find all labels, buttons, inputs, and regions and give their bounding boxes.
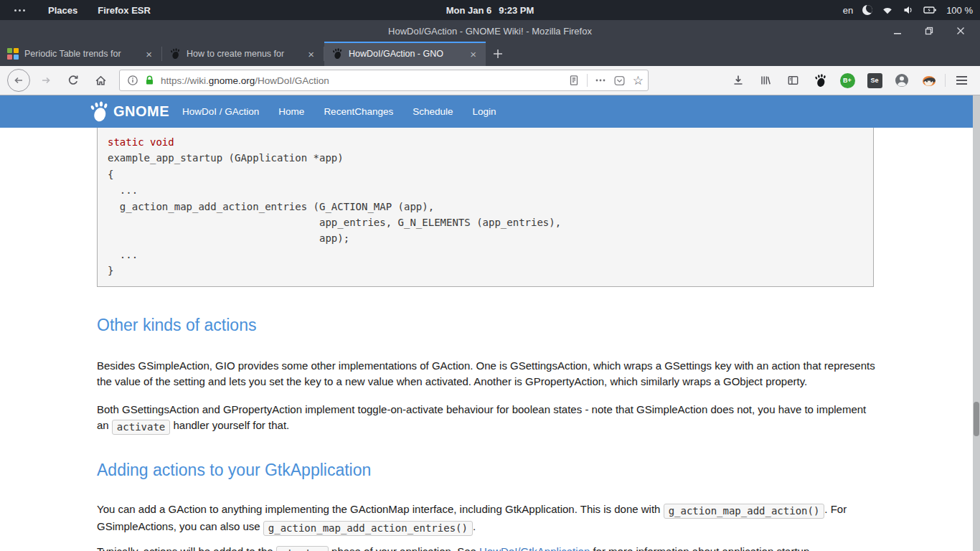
url-path: /HowDoI/GAction: [255, 75, 329, 86]
code-line: ...: [108, 182, 873, 198]
text-run: Typically, actions will be added to the: [97, 545, 276, 551]
night-light-icon: [862, 5, 872, 15]
gnome-wiki-logo[interactable]: GNOME: [88, 101, 169, 123]
reader-mode-icon[interactable]: [568, 75, 580, 86]
text-run: You can add a GAction to anything implem…: [97, 503, 664, 515]
clock-date: Mon Jan 6: [446, 5, 492, 16]
tab-gaction-active[interactable]: HowDoI/GAction - GNO ×: [324, 42, 486, 66]
close-button[interactable]: [953, 23, 969, 39]
gnome-logo-text: GNOME: [113, 103, 169, 120]
tab-bar: Periodic Table trends for × How to creat…: [0, 42, 980, 66]
gnome-foot-logo-icon: [88, 101, 110, 123]
code-line: {: [108, 166, 873, 182]
page-actions-icon[interactable]: [595, 75, 606, 86]
wifi-icon: [882, 4, 893, 16]
gtkapplication-link[interactable]: HowDoI/GtkApplication: [479, 545, 590, 551]
gnome-foot-extension-button[interactable]: [809, 69, 831, 92]
forward-button[interactable]: [34, 69, 57, 92]
bplus-extension-icon: B+: [840, 73, 855, 88]
code-line: example_app_startup (GApplication *app): [108, 150, 873, 166]
tab-close-icon[interactable]: ×: [306, 48, 316, 60]
menu-button[interactable]: [950, 69, 973, 92]
clock-time: 9:23 PM: [499, 5, 534, 16]
text-run: phase of your application. See: [329, 545, 479, 551]
text-run: handler yourself for that.: [170, 419, 289, 431]
tab-title: How to create menus for: [187, 49, 300, 59]
site-info-icon[interactable]: [127, 75, 138, 86]
url-text: https://wiki.gnome.org/HowDoI/GAction: [161, 75, 562, 86]
tab-close-icon[interactable]: ×: [143, 48, 154, 60]
tab-title: HowDoI/GAction - GNO: [349, 49, 462, 59]
bplus-extension-button[interactable]: B+: [836, 69, 859, 92]
places-menu[interactable]: Places: [48, 5, 77, 16]
wiki-nav-current-page[interactable]: HowDoI / GAction: [182, 106, 259, 117]
code-line: static void: [108, 134, 873, 150]
code-line: g_action_map_add_action_entries (G_ACTIO…: [108, 199, 873, 215]
reload-button[interactable]: [62, 69, 85, 92]
keyboard-layout-indicator[interactable]: en: [843, 5, 853, 16]
inline-code-startup: startup: [276, 546, 329, 551]
tab-create-menus[interactable]: How to create menus for ×: [162, 42, 324, 66]
paragraph-toggle-behaviour: Both GSettingsAction and GPropertyAction…: [97, 402, 875, 435]
navigation-toolbar: https://wiki.gnome.org/HowDoI/GAction ☆ …: [0, 66, 980, 95]
selenium-extension-button[interactable]: Se: [863, 69, 886, 92]
gnome-foot-favicon-icon: [331, 48, 343, 60]
paragraph-startup-clipped: Typically, actions will be added to the …: [97, 544, 875, 551]
shell-clock[interactable]: Mon Jan 6 9:23 PM: [446, 5, 534, 16]
system-status-area[interactable]: en 100 %: [843, 4, 973, 16]
volume-icon: [903, 4, 914, 16]
url-bar[interactable]: https://wiki.gnome.org/HowDoI/GAction ☆: [119, 70, 649, 91]
tab-periodic-table[interactable]: Periodic Table trends for ×: [0, 42, 161, 66]
restore-button[interactable]: [921, 23, 937, 39]
url-domain: gnome.org: [209, 75, 255, 86]
page-scrollbar[interactable]: [973, 95, 980, 551]
pocket-icon[interactable]: [613, 75, 626, 87]
browser-viewport: GNOME HowDoI / GAction Home RecentChange…: [0, 95, 980, 551]
library-button[interactable]: [754, 69, 777, 92]
selenium-extension-icon: Se: [867, 73, 882, 88]
hamburger-icon: [956, 76, 967, 85]
https-lock-icon[interactable]: [144, 75, 155, 86]
paragraph-gactionmap: You can add a GAction to anything implem…: [97, 501, 875, 536]
badger-extension-button[interactable]: [918, 69, 941, 92]
activities-dots-icon[interactable]: [11, 9, 28, 11]
gnome-foot-favicon-icon: [169, 48, 181, 60]
scrollbar-thumb[interactable]: [974, 402, 979, 436]
app-menu-firefox[interactable]: Firefox ESR: [98, 5, 151, 16]
wiki-nav-schedule[interactable]: Schedule: [413, 106, 453, 117]
back-button[interactable]: [7, 69, 30, 92]
new-tab-button[interactable]: [486, 42, 510, 66]
wiki-nav-recentchanges[interactable]: RecentChanges: [324, 106, 393, 117]
gnome-shell-top-bar: Places Firefox ESR Mon Jan 6 9:23 PM en …: [0, 0, 980, 20]
code-line: ...: [108, 247, 873, 263]
window-titlebar[interactable]: HowDoI/GAction - GNOME Wiki! - Mozilla F…: [0, 20, 980, 42]
inline-code-activate: activate: [112, 420, 170, 435]
tab-title: Periodic Table trends for: [24, 49, 138, 59]
text-run: for more information about application s…: [590, 545, 812, 551]
sidebar-toggle-button[interactable]: [781, 69, 804, 92]
inline-code-add-action: g_action_map_add_action(): [664, 504, 825, 519]
code-block: static voidexample_app_startup (GApplica…: [97, 128, 874, 287]
home-button[interactable]: [89, 69, 112, 92]
code-line: }: [108, 263, 873, 278]
url-subdomain: wiki.: [190, 75, 209, 86]
text-run: .: [473, 520, 476, 532]
wiki-article: static voidexample_app_startup (GApplica…: [0, 128, 973, 551]
wiki-nav-home[interactable]: Home: [278, 106, 304, 117]
wiki-nav-login[interactable]: Login: [473, 106, 496, 117]
tab-close-icon[interactable]: ×: [468, 48, 479, 60]
wiki-nav: HowDoI / GAction Home RecentChanges Sche…: [182, 106, 496, 117]
battery-percentage: 100 %: [946, 5, 973, 16]
bookmark-star-icon[interactable]: ☆: [633, 75, 644, 87]
wiki-header: GNOME HowDoI / GAction Home RecentChange…: [0, 95, 973, 128]
inline-code-add-action-entries: g_action_map_add_action_entries(): [263, 521, 473, 536]
section-heading-other-kinds: Other kinds of actions: [97, 316, 256, 335]
downloads-button[interactable]: [727, 69, 750, 92]
minimize-button[interactable]: [890, 23, 905, 39]
account-button[interactable]: [890, 69, 913, 92]
url-scheme: https://: [161, 75, 190, 86]
ptable-favicon-icon: [7, 48, 19, 60]
section-heading-adding-actions: Adding actions to your GtkApplication: [97, 461, 371, 480]
battery-icon: [923, 4, 937, 16]
paragraph-gsettingsaction: Besides GSimpleAction, GIO provides some…: [97, 358, 875, 390]
